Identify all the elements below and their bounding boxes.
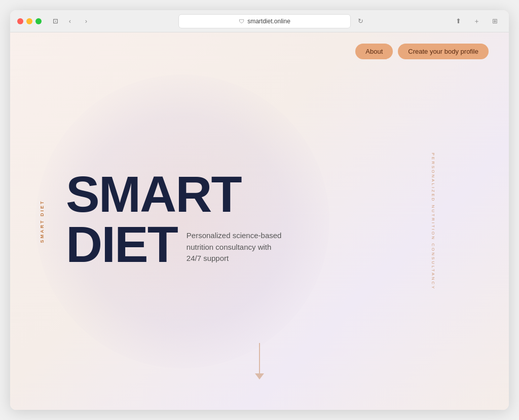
nav-buttons: About Create your body profile (355, 44, 489, 59)
traffic-lights (17, 18, 42, 24)
hero-description: Personalized science-based nutrition con… (187, 230, 288, 264)
url-display: smartdiet.online (247, 18, 290, 25)
side-label-left: SMART DIET (40, 200, 45, 243)
scroll-arrow-head (255, 373, 264, 379)
minimize-button[interactable] (26, 18, 32, 24)
back-button[interactable]: ‹ (63, 16, 77, 27)
create-profile-button[interactable]: Create your body profile (398, 44, 489, 59)
security-icon: 🛡 (239, 18, 244, 24)
maximize-button[interactable] (35, 18, 42, 24)
address-bar-area: 🛡 smartdiet.online ↻ (98, 14, 446, 28)
hero-content: SMART DIET Personalized science-based nu… (66, 170, 288, 269)
about-button[interactable]: About (355, 44, 393, 59)
browser-chrome: ⊡ ‹ › 🛡 smartdiet.online ↻ ⬆ ＋ ⊞ (10, 10, 509, 32)
reload-button[interactable]: ↻ (355, 16, 366, 27)
scroll-arrow-shaft (259, 343, 260, 373)
scroll-arrow[interactable] (255, 343, 264, 379)
extensions-button[interactable]: ⊞ (488, 16, 502, 27)
side-label-right: PERSONALIZED NUTRITION CONSULTANCY (431, 152, 435, 290)
share-button[interactable]: ⬆ (451, 16, 465, 27)
new-tab-button[interactable]: ＋ (469, 16, 484, 27)
forward-button[interactable]: › (79, 16, 93, 27)
site-content: SMART DIET PERSONALIZED NUTRITION CONSUL… (10, 32, 509, 410)
address-bar[interactable]: 🛡 smartdiet.online (178, 14, 351, 28)
hero-title-smart: SMART (66, 170, 288, 218)
window-layout-button[interactable]: ⊡ (50, 16, 61, 27)
browser-controls: ⊡ ‹ › (50, 16, 93, 27)
hero-title-diet: DIET (66, 220, 177, 269)
close-button[interactable] (17, 18, 23, 24)
toolbar-right: ⬆ ＋ ⊞ (451, 16, 502, 27)
hero-subtitle-wrapper: DIET Personalized science-based nutritio… (66, 220, 288, 269)
browser-window: ⊡ ‹ › 🛡 smartdiet.online ↻ ⬆ ＋ ⊞ SMART D… (10, 10, 509, 410)
